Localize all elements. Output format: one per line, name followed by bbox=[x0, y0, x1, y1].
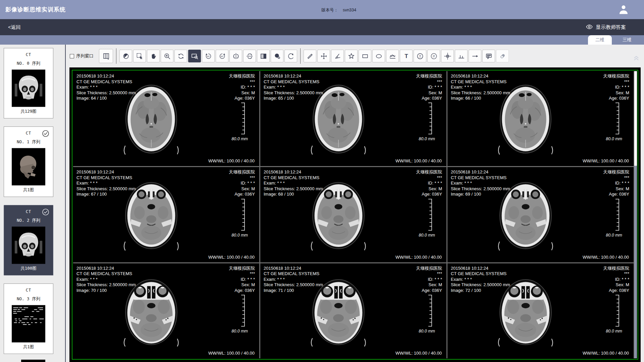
overlay-vendor: CT GE MEDICAL SYSTEMS bbox=[76, 271, 136, 277]
overlay-datetime: 20150618 10:12:24 bbox=[264, 73, 323, 79]
rectangle-roi-button[interactable] bbox=[359, 50, 371, 62]
overlay-age: Age: 036Y bbox=[229, 96, 255, 101]
scale-ruler-label: 80.0 mm bbox=[606, 233, 622, 238]
overlay-thickness: Slice Thickness: 2.500000 mm bbox=[451, 186, 510, 192]
user-account-button[interactable] bbox=[618, 4, 629, 15]
overlay-datetime: 20150618 10:12:24 bbox=[264, 266, 323, 271]
overlay-sex: Sex: M bbox=[603, 90, 629, 96]
flip-vertical-icon bbox=[246, 52, 254, 60]
invert-button[interactable] bbox=[257, 50, 270, 62]
series-window-checkbox[interactable]: 序列窗口 bbox=[70, 53, 94, 59]
series-card-2[interactable]: CTNO. 2 序列共100图 bbox=[4, 205, 53, 275]
viewport-cell-5[interactable]: 20150618 10:12:24CT GE MEDICAL SYSTEMSEx… bbox=[447, 167, 634, 262]
series-thumbnail bbox=[12, 69, 45, 107]
series-card-1[interactable]: CTNO. 1 序列共1图 bbox=[4, 126, 53, 197]
overlay-hospital: 天堰模拟医院 bbox=[603, 169, 629, 175]
arrow-annotation-button[interactable] bbox=[469, 50, 481, 62]
tab-2d[interactable]: 二维 bbox=[588, 35, 612, 45]
length-measure-button[interactable] bbox=[304, 50, 316, 62]
overlay-image-number: Image: 64 / 100 bbox=[76, 96, 136, 101]
eraser-button[interactable] bbox=[496, 50, 509, 62]
viewport-cell-4[interactable]: 20150618 10:12:24CT GE MEDICAL SYSTEMSEx… bbox=[260, 167, 446, 262]
image-scrollbar-thumb[interactable] bbox=[634, 166, 637, 358]
profile-curve-button[interactable] bbox=[386, 50, 399, 62]
zoom-region-icon bbox=[191, 52, 199, 60]
angle-measure-button[interactable] bbox=[331, 50, 344, 62]
series-card-3[interactable]: CTNO. 3 序列共1图 bbox=[4, 283, 53, 354]
text-annotation-button[interactable]: T bbox=[400, 50, 413, 62]
overlay-patient-info: 天堰模拟医院***ID: * * *Sex: MAge: 036Y bbox=[603, 266, 629, 294]
viewport-cell-2[interactable]: 20150618 10:12:24CT GE MEDICAL SYSTEMSEx… bbox=[447, 71, 634, 166]
zoom-region-button[interactable] bbox=[188, 50, 201, 62]
viewport-cell-8[interactable]: 20150618 10:12:24CT GE MEDICAL SYSTEMSEx… bbox=[447, 263, 634, 358]
collapse-toolbar-button[interactable] bbox=[631, 53, 641, 62]
viewport-cell-3[interactable]: 20150618 10:12:24CT GE MEDICAL SYSTEMSEx… bbox=[73, 167, 259, 262]
toolbar-divider bbox=[300, 48, 301, 64]
rect-select-icon bbox=[136, 52, 144, 60]
overlay-thickness: Slice Thickness: 2.500000 mm bbox=[264, 186, 323, 192]
overlay-age: Age: 036Y bbox=[416, 96, 442, 101]
overlay-exam: Exam: * * * bbox=[76, 85, 136, 90]
comment-button[interactable] bbox=[482, 50, 495, 62]
tab-3d[interactable]: 三维 bbox=[615, 35, 639, 45]
window-level-preset-button[interactable] bbox=[271, 50, 283, 62]
baseline-measure-button[interactable] bbox=[455, 50, 468, 62]
refresh-button[interactable] bbox=[174, 50, 187, 62]
overlay-thickness: Slice Thickness: 2.500000 mm bbox=[76, 186, 136, 192]
rectangle-roi-icon bbox=[361, 52, 369, 60]
ellipse-roi-button[interactable] bbox=[372, 50, 385, 62]
scale-ruler-label: 80.0 mm bbox=[419, 137, 435, 141]
rotate-ccw-90-button[interactable]: 90° bbox=[202, 50, 215, 62]
rotate-cw-90-button[interactable]: 90° bbox=[216, 50, 228, 62]
series-checked-icon bbox=[42, 208, 50, 216]
overlay-vendor: CT GE MEDICAL SYSTEMS bbox=[451, 175, 510, 181]
scale-ruler-label: 80.0 mm bbox=[231, 233, 248, 238]
marker-secondary-icon: 次 bbox=[430, 52, 438, 60]
image-scrollbar[interactable] bbox=[634, 71, 637, 358]
svg-text:主: 主 bbox=[419, 55, 421, 58]
app-title: 影像诊断思维实训系统 bbox=[5, 6, 66, 13]
marker-secondary-button[interactable]: 次 bbox=[427, 50, 440, 62]
overlay-age: Age: 036Y bbox=[229, 192, 255, 197]
overlay-stars: *** bbox=[603, 271, 629, 277]
reset-button[interactable] bbox=[284, 50, 297, 62]
overlay-age: Age: 036Y bbox=[603, 288, 629, 294]
zoom-button[interactable] bbox=[161, 50, 173, 62]
star-polygon-button[interactable] bbox=[345, 50, 358, 62]
pan-button[interactable] bbox=[147, 50, 160, 62]
viewport-cell-1[interactable]: 20150618 10:12:24CT GE MEDICAL SYSTEMSEx… bbox=[260, 71, 446, 166]
flip-horizontal-icon bbox=[232, 52, 240, 60]
layout-select-button[interactable] bbox=[99, 49, 113, 63]
window-level-preset-icon bbox=[273, 52, 281, 60]
viewport-cell-6[interactable]: 20150618 10:12:24CT GE MEDICAL SYSTEMSEx… bbox=[73, 263, 259, 358]
overlay-patient-info: 天堰模拟医院***ID: * * *Sex: MAge: 036Y bbox=[229, 169, 255, 197]
overlay-exam: Exam: * * * bbox=[76, 180, 136, 186]
series-card-0[interactable]: CTNO. 0 序列共129图 bbox=[4, 48, 53, 118]
series-name: NO. 2 序列 bbox=[4, 218, 53, 223]
scale-ruler-icon bbox=[615, 199, 620, 231]
image-toolbar: 序列窗口 90°90°T主次 bbox=[66, 45, 644, 67]
overlay-exam: Exam: * * * bbox=[264, 85, 323, 90]
overlay-age: Age: 036Y bbox=[603, 192, 629, 197]
overlay-patient-id: ID: * * * bbox=[229, 85, 255, 90]
flip-vertical-button[interactable] bbox=[243, 50, 256, 62]
viewport-cell-0[interactable]: 20150618 10:12:24CT GE MEDICAL SYSTEMSEx… bbox=[73, 71, 259, 166]
back-button[interactable]: <返回 bbox=[6, 24, 22, 31]
overlay-window-level: WW/WL: 100.00 / 40.00 bbox=[395, 158, 442, 163]
nav-bar: <返回 显示教师答案 bbox=[0, 19, 644, 35]
window-level-button[interactable] bbox=[119, 50, 132, 62]
rect-select-button[interactable] bbox=[133, 50, 146, 62]
overlay-patient-info: 天堰模拟医院***ID: * * *Sex: MAge: 036Y bbox=[229, 266, 255, 294]
viewport-cell-7[interactable]: 20150618 10:12:24CT GE MEDICAL SYSTEMSEx… bbox=[260, 263, 446, 358]
version-label: 版本号： bbox=[321, 8, 338, 12]
show-teacher-answer-button[interactable]: 显示教师答案 bbox=[584, 23, 628, 32]
overlay-sex: Sex: M bbox=[229, 186, 255, 192]
center-locator-button[interactable] bbox=[441, 50, 454, 62]
overlay-thickness: Slice Thickness: 2.500000 mm bbox=[451, 282, 510, 288]
cross-probe-button[interactable] bbox=[317, 50, 330, 62]
flip-horizontal-button[interactable] bbox=[229, 50, 242, 62]
overlay-thickness: Slice Thickness: 2.500000 mm bbox=[76, 282, 136, 288]
overlay-vendor: CT GE MEDICAL SYSTEMS bbox=[451, 271, 510, 277]
marker-primary-button[interactable]: 主 bbox=[414, 50, 426, 62]
overlay-vendor: CT GE MEDICAL SYSTEMS bbox=[264, 175, 323, 181]
